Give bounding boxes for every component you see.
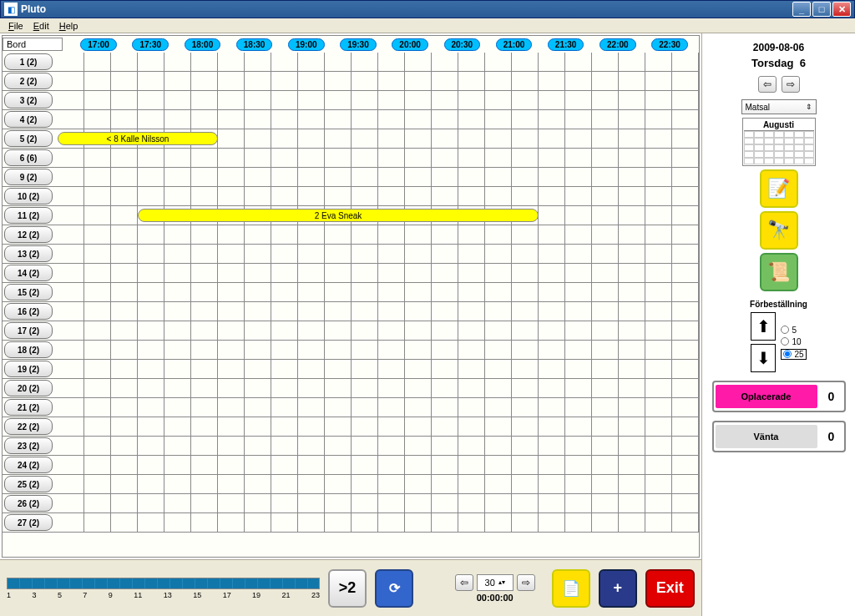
preorder-label: Förbeställning (750, 300, 807, 309)
search-button[interactable]: 🔭 (760, 211, 798, 250)
time-header[interactable]: 18:30 (236, 38, 273, 51)
preorder-radio-group: 51025 (781, 326, 806, 360)
booking[interactable]: < 8 Kalle Nilsson (58, 132, 218, 145)
current-date: 2009-08-06 (753, 42, 804, 53)
time-header[interactable]: 21:30 (548, 38, 584, 51)
refresh-button[interactable]: ⟳ (375, 569, 413, 608)
date-next-button[interactable]: ⇨ (782, 76, 800, 93)
table-button[interactable]: 22 (2) (4, 418, 53, 435)
table-button[interactable]: 4 (2) (4, 111, 53, 128)
day-timeline[interactable]: 1357911131517192123 (7, 578, 320, 599)
table-row: 11 (2)2 Eva Sneak (3, 206, 699, 225)
table-button[interactable]: 5 (2) (4, 130, 53, 147)
bottom-bar: 1357911131517192123 >2 ⟳ ⇦ 30 ▴▾ ⇨ 00:00… (0, 559, 701, 616)
edit-note-button[interactable]: 📝 (760, 169, 798, 208)
table-row: 19 (2) (3, 360, 699, 379)
table-row: 15 (2) (3, 283, 699, 302)
table-button[interactable]: 24 (2) (4, 457, 53, 473)
menu-edit[interactable]: Edit (28, 21, 54, 31)
preorder-radio[interactable]: 10 (781, 337, 806, 346)
current-day: Torsdag 6 (751, 57, 806, 69)
table-button[interactable]: 17 (2) (4, 322, 53, 339)
table-row: 17 (2) (3, 321, 699, 341)
table-row: 12 (2) (3, 225, 699, 245)
notes-button[interactable]: 📄 (552, 569, 590, 608)
table-button[interactable]: 23 (2) (4, 437, 53, 454)
unplaced-box[interactable]: Oplacerade 0 (712, 381, 846, 412)
table-row: 21 (2) (3, 398, 699, 417)
time-header[interactable]: 22:00 (600, 38, 636, 51)
time-header[interactable]: 17:00 (80, 38, 117, 51)
time-header[interactable]: 20:00 (392, 38, 428, 51)
table-row: 24 (2) (3, 456, 699, 475)
room-select[interactable]: Matsal (741, 99, 817, 114)
table-column-header: Bord (3, 38, 63, 51)
time-header[interactable]: 19:00 (288, 38, 325, 51)
table-button[interactable]: 2 (2) (4, 73, 53, 89)
titlebar: ◧ Pluto _ □ ✕ (0, 0, 855, 18)
table-button[interactable]: 18 (2) (4, 341, 53, 358)
close-button[interactable]: ✕ (832, 2, 851, 17)
table-button[interactable]: 20 (2) (4, 380, 53, 396)
wait-box[interactable]: Vänta 0 (712, 421, 846, 452)
refresh-icon: ⟳ (389, 580, 400, 596)
table-button[interactable]: 9 (2) (4, 169, 53, 185)
preorder-down-button[interactable]: ⬇ (751, 344, 776, 372)
menu-help[interactable]: Help (54, 21, 83, 31)
table-button[interactable]: 21 (2) (4, 399, 53, 416)
table-row: 4 (2) (3, 110, 699, 129)
timer-display: 00:00:00 (477, 593, 514, 603)
booking[interactable]: 2 Eva Sneak (138, 209, 539, 222)
exit-button[interactable]: Exit (645, 569, 695, 608)
table-button[interactable]: 11 (2) (4, 207, 53, 224)
menubar: File Edit Help (0, 18, 855, 33)
minimize-button[interactable]: _ (792, 2, 811, 17)
table-button[interactable]: 26 (2) (4, 495, 53, 512)
add-button[interactable]: + (599, 569, 637, 608)
scroll-icon: 📜 (767, 261, 790, 283)
time-header[interactable]: 18:00 (185, 38, 221, 51)
table-button[interactable]: 10 (2) (4, 188, 53, 204)
month-calendar[interactable]: Augusti (742, 118, 816, 166)
table-row: 2 (2) (3, 72, 699, 91)
table-button[interactable]: 16 (2) (4, 303, 53, 320)
table-row: 27 (2) (3, 513, 699, 533)
table-button[interactable]: 14 (2) (4, 265, 53, 281)
nav-next-button[interactable]: ⇨ (517, 574, 535, 591)
time-header[interactable]: 20:30 (444, 38, 481, 51)
table-row: 13 (2) (3, 245, 699, 264)
page-spinner[interactable]: 30 ▴▾ (477, 574, 514, 591)
table-button[interactable]: 1 (2) (4, 53, 53, 70)
preorder-radio[interactable]: 25 (781, 349, 806, 360)
table-row: 3 (2) (3, 91, 699, 110)
table-button[interactable]: 3 (2) (4, 92, 53, 109)
table-row: 18 (2) (3, 341, 699, 360)
table-button[interactable]: 12 (2) (4, 226, 53, 243)
time-header[interactable]: 19:30 (340, 38, 377, 51)
date-prev-button[interactable]: ⇦ (758, 76, 777, 93)
preorder-up-button[interactable]: ⬆ (751, 312, 776, 341)
time-header[interactable]: 22:30 (651, 38, 688, 51)
pencil-note-icon: 📝 (767, 178, 790, 199)
filter-button[interactable]: >2 (328, 569, 367, 608)
app-icon: ◧ (4, 3, 18, 16)
app-title: Pluto (21, 3, 792, 15)
table-button[interactable]: 27 (2) (4, 514, 53, 531)
preorder-radio[interactable]: 5 (781, 326, 806, 335)
table-button[interactable]: 13 (2) (4, 245, 53, 262)
maximize-button[interactable]: □ (812, 2, 831, 17)
list-button[interactable]: 📜 (760, 253, 798, 291)
document-icon: 📄 (562, 579, 580, 598)
table-button[interactable]: 25 (2) (4, 476, 53, 492)
menu-file[interactable]: File (3, 21, 28, 31)
time-header[interactable]: 21:00 (496, 38, 533, 51)
table-button[interactable]: 15 (2) (4, 284, 53, 300)
table-row: 5 (2)< 8 Kalle Nilsson (3, 129, 699, 149)
table-row: 22 (2) (3, 417, 699, 437)
time-header[interactable]: 17:30 (132, 38, 169, 51)
schedule-area: Bord 17:0017:3018:0018:3019:0019:3020:00… (2, 35, 700, 558)
table-button[interactable]: 6 (6) (4, 149, 53, 166)
table-row: 16 (2) (3, 302, 699, 321)
table-button[interactable]: 19 (2) (4, 361, 53, 377)
nav-prev-button[interactable]: ⇦ (455, 574, 473, 591)
